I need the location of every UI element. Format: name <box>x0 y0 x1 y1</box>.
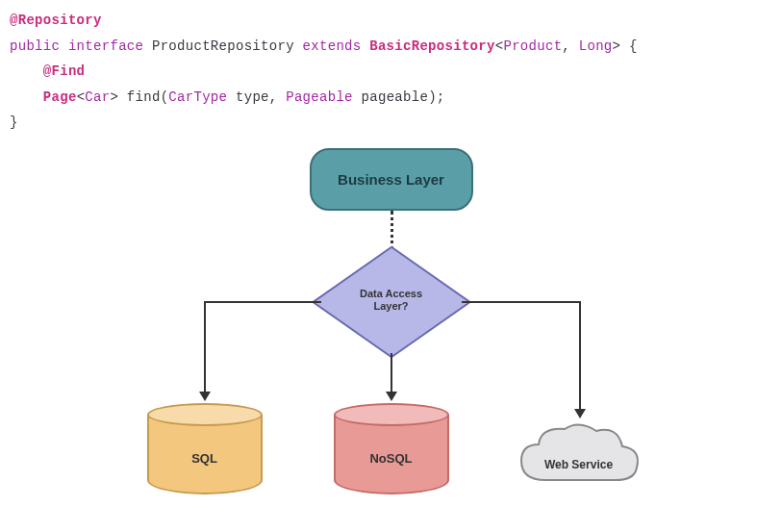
decision-line1: Data Access <box>360 288 422 299</box>
base-class: BasicRepository <box>369 38 495 54</box>
code-block: @Repository public interface ProductRepo… <box>0 0 782 143</box>
class-name: ProductRepository <box>152 38 294 54</box>
sql-cylinder: SQL <box>147 403 263 494</box>
code-line-1: @Repository <box>10 8 772 34</box>
return-generic: Car <box>85 89 110 105</box>
cylinder-top <box>334 403 449 426</box>
generic-product: Product <box>503 38 562 54</box>
code-line-4: Page<Car> find(CarType type, Pageable pa… <box>10 85 772 111</box>
cloud-icon <box>512 418 646 494</box>
param1-name: type <box>236 89 269 105</box>
connector-h-left <box>204 301 321 303</box>
cylinder-top <box>147 403 263 426</box>
sql-label: SQL <box>147 451 263 466</box>
param1-type: CarType <box>168 89 227 105</box>
code-line-2: public interface ProductRepository exten… <box>10 34 772 60</box>
method-name: find <box>127 89 161 105</box>
kw-interface: interface <box>68 38 143 54</box>
arrow-left <box>199 392 211 401</box>
code-line-3: @Find <box>10 59 772 85</box>
decision-diamond: Data Access Layer? <box>324 254 459 350</box>
kw-extends: extends <box>303 38 362 54</box>
connector-h-right <box>462 301 579 303</box>
kw-public: public <box>10 38 60 54</box>
nosql-cylinder: NoSQL <box>334 403 449 494</box>
connector-v-left <box>204 301 206 394</box>
web-service-label: Web Service <box>512 458 646 471</box>
decision-line2: Layer? <box>373 300 408 312</box>
brace-close: } <box>10 114 18 130</box>
generic-long: Long <box>579 38 613 54</box>
brace-open: { <box>629 38 638 54</box>
connector-v-right <box>579 301 581 412</box>
annotation-find: @Find <box>43 63 86 79</box>
architecture-diagram: Business Layer Data Access Layer? SQL No… <box>122 143 661 528</box>
param2-type: Pageable <box>286 89 353 105</box>
return-type: Page <box>43 89 77 105</box>
param2-name: pageable <box>362 89 429 105</box>
business-layer-label: Business Layer <box>338 171 444 188</box>
connector-v-mid <box>391 353 392 394</box>
decision-label: Data Access Layer? <box>324 288 459 313</box>
nosql-label: NoSQL <box>334 451 449 466</box>
business-layer-box: Business Layer <box>310 148 473 211</box>
arrow-mid <box>386 392 397 401</box>
annotation-repository: @Repository <box>10 13 102 28</box>
web-service-cloud: Web Service <box>512 418 646 494</box>
code-line-5: } <box>10 110 772 136</box>
